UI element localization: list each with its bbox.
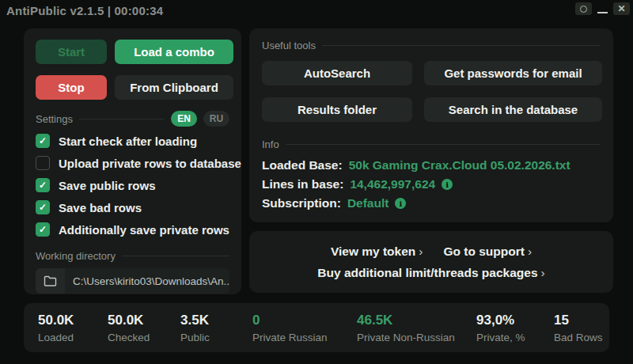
folder-icon — [44, 275, 57, 286]
action-buttons: Start Load a combo Stop From Clipboard — [36, 40, 229, 100]
loaded-base-label: Loaded Base: — [262, 158, 343, 173]
window-controls: ✕ — [575, 2, 630, 15]
checkbox-label: Additionally save private rows — [59, 223, 229, 237]
stat-value: 50.0K — [108, 313, 150, 328]
stat-loaded: 50.0K Loaded — [38, 313, 74, 343]
stat-bad-rows: 15 Bad Rows — [554, 313, 603, 343]
checkbox-upload-private-rows[interactable]: ✓ Upload private rows to database — [36, 152, 229, 174]
divider — [122, 256, 229, 256]
get-passwords-button[interactable]: Get passwords for email — [424, 61, 602, 85]
minimize-icon — [597, 12, 608, 13]
info-header: Info — [262, 138, 601, 150]
working-directory-field[interactable]: C:\Users\kirito03\Downloads\An... — [36, 268, 229, 294]
stat-label: Loaded — [38, 332, 74, 343]
stat-label: Private, % — [476, 332, 525, 343]
tools-info-panel: Useful tools AutoSearch Get passwords fo… — [249, 28, 613, 222]
checkbox-box: ✓ — [36, 156, 50, 170]
settings-header: Settings EN RU — [36, 111, 229, 127]
stat-public: 3.5K Public — [180, 313, 210, 343]
stat-label: Bad Rows — [554, 332, 603, 343]
circle-button[interactable] — [575, 2, 592, 15]
tools-buttons: AutoSearch Get passwords for email Resul… — [262, 61, 601, 122]
circle-icon — [580, 6, 587, 13]
lines-in-base-row: Lines in base: 14,462,997,624 i — [262, 177, 601, 191]
check-icon: ✓ — [39, 203, 47, 212]
useful-tools-label: Useful tools — [262, 40, 316, 51]
check-icon: ✓ — [39, 180, 47, 190]
working-directory-header: Working directory — [36, 250, 229, 262]
stat-label: Private Russian — [252, 332, 328, 343]
links-panel: View my token› Go to support› Buy additi… — [249, 231, 613, 293]
stat-value: 46.5K — [357, 313, 455, 328]
chevron-right-icon: › — [541, 266, 545, 279]
stat-checked: 50.0K Checked — [108, 313, 150, 343]
loaded-base-value: 50k Gaming Crax.Cloud 05.02.2026.txt — [349, 158, 570, 173]
divider — [79, 119, 165, 119]
check-icon: ✓ — [39, 136, 47, 146]
checkbox-label: Save bad rows — [59, 201, 142, 214]
subscription-value: Default — [347, 196, 389, 210]
settings-label: Settings — [36, 113, 73, 125]
start-button[interactable]: Start — [36, 40, 107, 64]
divider — [286, 144, 601, 145]
search-database-button[interactable]: Search in the database — [424, 97, 602, 122]
load-combo-button[interactable]: Load a combo — [115, 40, 233, 64]
useful-tools-header: Useful tools — [262, 40, 601, 51]
stats-bar: 50.0K Loaded 50.0K Checked 3.5K Public 0… — [24, 303, 609, 352]
info-rows: Loaded Base: 50k Gaming Crax.Cloud 05.02… — [262, 158, 601, 210]
go-to-support-link[interactable]: Go to support› — [443, 245, 532, 259]
chevron-right-icon: › — [419, 245, 423, 258]
browse-folder-button[interactable] — [36, 268, 65, 294]
control-panel: Start Load a combo Stop From Clipboard S… — [24, 28, 241, 294]
stat-label: Private Non-Russian — [357, 332, 455, 343]
checkbox-additionally-save-private-rows[interactable]: ✓ Additionally save private rows — [36, 218, 229, 241]
antipublic-window: AntiPublic v2.1.5 | 00:00:34 ✕ Start Loa… — [0, 0, 633, 364]
info-label: Info — [262, 138, 279, 150]
working-directory-label: Working directory — [36, 250, 116, 262]
stat-label: Checked — [108, 332, 150, 343]
checkbox-box: ✓ — [36, 134, 50, 148]
working-directory-path[interactable]: C:\Users\kirito03\Downloads\An... — [65, 268, 229, 294]
loaded-base-row: Loaded Base: 50k Gaming Crax.Cloud 05.02… — [262, 158, 601, 173]
checkbox-label: Start check after loading — [59, 135, 197, 148]
close-button[interactable]: ✕ — [613, 2, 630, 15]
stat-private-percent: 93,0% Private, % — [476, 313, 525, 343]
stat-value: 3.5K — [180, 313, 210, 328]
check-icon: ✓ — [39, 225, 47, 234]
checkbox-box: ✓ — [36, 200, 50, 214]
view-token-link[interactable]: View my token› — [331, 245, 423, 259]
autosearch-button[interactable]: AutoSearch — [262, 61, 412, 85]
checkbox-save-bad-rows[interactable]: ✓ Save bad rows — [36, 196, 229, 218]
subscription-label: Subscription: — [262, 196, 341, 210]
buy-packages-link[interactable]: Buy additional limit/threads packages› — [317, 266, 544, 280]
links-row-top: View my token› Go to support› — [331, 245, 532, 259]
info-icon[interactable]: i — [442, 179, 453, 190]
checkbox-start-check-after-loading[interactable]: ✓ Start check after loading — [36, 130, 229, 152]
info-icon[interactable]: i — [395, 198, 406, 209]
lines-in-base-value: 14,462,997,624 — [350, 177, 435, 191]
stop-button[interactable]: Stop — [36, 75, 107, 100]
checkbox-box: ✓ — [36, 178, 50, 192]
stat-value: 15 — [554, 313, 603, 328]
results-folder-button[interactable]: Results folder — [262, 97, 412, 122]
from-clipboard-button[interactable]: From Clipboard — [115, 75, 233, 100]
stat-value: 93,0% — [476, 313, 525, 328]
minimize-button[interactable] — [597, 5, 608, 13]
stat-value: 50.0K — [38, 313, 74, 328]
checkbox-save-public-rows[interactable]: ✓ Save public rows — [36, 174, 229, 196]
close-icon: ✕ — [617, 4, 625, 13]
links-row-bottom: Buy additional limit/threads packages› — [317, 266, 544, 280]
stat-label: Public — [180, 332, 210, 343]
language-ru-toggle[interactable]: RU — [203, 111, 229, 127]
chevron-right-icon: › — [528, 245, 532, 258]
divider — [322, 45, 601, 46]
checkbox-label: Upload private rows to database — [59, 157, 241, 170]
checkbox-box: ✓ — [36, 222, 50, 237]
checkbox-label: Save public rows — [59, 179, 156, 192]
title-bar: AntiPublic v2.1.5 | 00:00:34 ✕ — [0, 0, 633, 21]
lines-in-base-label: Lines in base: — [262, 177, 343, 191]
subscription-row: Subscription: Default i — [262, 196, 601, 210]
stat-private-russian: 0 Private Russian — [252, 313, 328, 343]
language-en-toggle[interactable]: EN — [171, 111, 197, 127]
stat-private-non-russian: 46.5K Private Non-Russian — [357, 313, 455, 343]
